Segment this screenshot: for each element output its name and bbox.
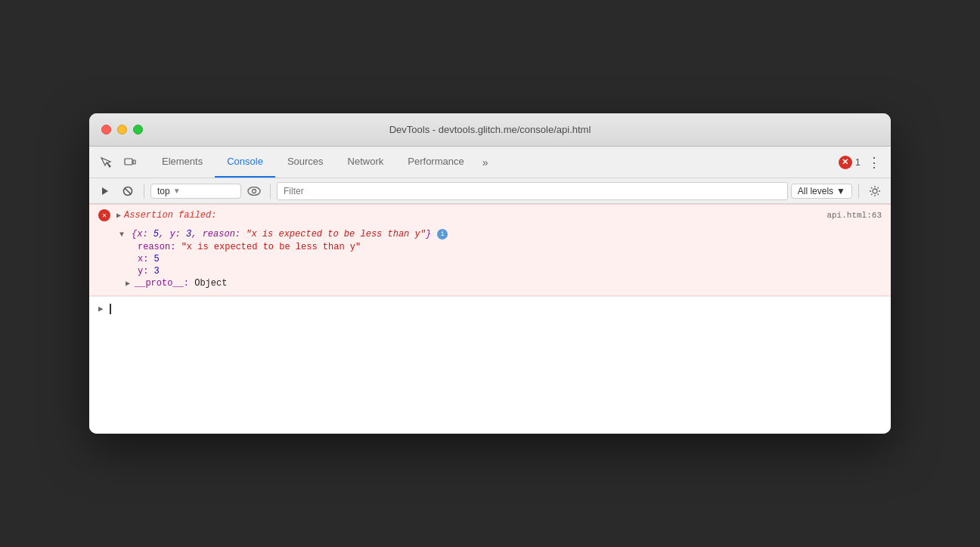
tab-network[interactable]: Network [336,147,396,178]
toolbar-separator-2 [270,184,271,199]
console-prompt-arrow[interactable]: ▶ [98,304,104,314]
inspect-element-icon[interactable] [95,152,116,173]
toolbar-separator-3 [858,184,859,199]
error-title: Assertion failed: [124,210,216,221]
main-tabs: Elements Console Sources Network Perform… [150,147,833,178]
minimize-button[interactable] [117,125,127,134]
traffic-lights [101,125,143,134]
prop-y-key: y: [138,266,148,277]
svg-rect-0 [125,159,132,165]
svg-marker-2 [102,187,108,195]
console-empty-area [89,320,891,434]
toolbar-separator-1 [144,184,144,199]
clear-console-button[interactable] [118,181,138,201]
tab-elements[interactable]: Elements [150,147,215,178]
context-dropdown-arrow: ▼ [173,187,181,195]
filter-input[interactable] [277,182,788,200]
context-value: top [157,186,170,196]
prop-y-value: 3 [154,266,160,277]
levels-dropdown-arrow: ▼ [836,186,845,196]
tabs-bar: Elements Console Sources Network Perform… [89,147,891,178]
svg-line-4 [125,188,131,194]
window-title: DevTools - devtools.glitch.me/console/ap… [389,124,591,135]
object-collapse-arrow[interactable]: ▼ [119,230,129,239]
title-bar: DevTools - devtools.glitch.me/console/ap… [89,113,891,147]
levels-selector[interactable]: All levels ▼ [791,184,852,199]
tab-right-icons: ✕ 1 ⋮ [839,152,885,173]
console-error-entry: ✕ ▶ Assertion failed: api.html:63 ▼ {x: … [89,204,891,296]
svg-rect-1 [133,160,135,164]
prop-reason-value: "x is expected to be less than y" [181,242,361,252]
svg-point-7 [873,189,877,193]
more-menu-button[interactable]: ⋮ [864,152,885,173]
error-details: ▼ {x: 5, y: 3, reason: "x is expected to… [89,226,891,295]
prop-reason-line: reason: "x is expected to be less than y… [119,241,882,253]
tab-icon-group [95,152,141,173]
prop-y-line: y: 3 [119,265,882,277]
console-content: ✕ ▶ Assertion failed: api.html:63 ▼ {x: … [89,204,891,434]
levels-label: All levels [798,186,833,196]
svg-point-5 [248,187,260,195]
console-cursor [110,304,111,314]
svg-point-6 [253,189,256,193]
console-input-line[interactable]: ▶ [89,296,891,320]
prop-proto-key: __proto__: [135,278,189,289]
live-expression-button[interactable] [244,181,264,201]
devtools-window: DevTools - devtools.glitch.me/console/ap… [89,113,891,434]
settings-button[interactable] [865,181,885,201]
device-toolbar-icon[interactable] [119,152,141,173]
error-file-link[interactable]: api.html:63 [826,211,882,220]
prop-x-key: x: [138,254,148,264]
error-count: 1 [855,156,861,168]
more-tabs-button[interactable]: » [476,147,495,178]
error-badge[interactable]: ✕ 1 [839,156,861,169]
object-inline: {x: 5, y: 3, reason: "x is expected to b… [132,229,431,240]
prop-x-value: 5 [154,254,160,264]
prop-x-line: x: 5 [119,253,882,265]
prop-reason-key: reason: [138,242,175,252]
context-selector[interactable]: top ▼ [150,184,241,199]
tab-console[interactable]: Console [215,147,275,178]
tab-performance[interactable]: Performance [395,147,476,178]
error-header: ✕ ▶ Assertion failed: api.html:63 [89,205,891,226]
object-expand-line: ▼ {x: 5, y: 3, reason: "x is expected to… [119,227,882,241]
object-info-icon[interactable]: i [437,229,448,240]
tab-sources[interactable]: Sources [275,147,336,178]
console-toolbar: top ▼ All levels ▼ [89,178,891,204]
expand-error-arrow[interactable]: ▶ [116,211,121,220]
maximize-button[interactable] [133,125,143,134]
error-icon: ✕ [839,156,852,169]
prop-proto-value: Object [194,278,227,289]
prop-proto-line: ▶ __proto__: Object [119,277,882,289]
error-indicator-icon: ✕ [98,209,110,221]
proto-expand-arrow[interactable]: ▶ [126,279,135,288]
close-button[interactable] [101,125,111,134]
run-snippet-button[interactable] [95,181,115,201]
